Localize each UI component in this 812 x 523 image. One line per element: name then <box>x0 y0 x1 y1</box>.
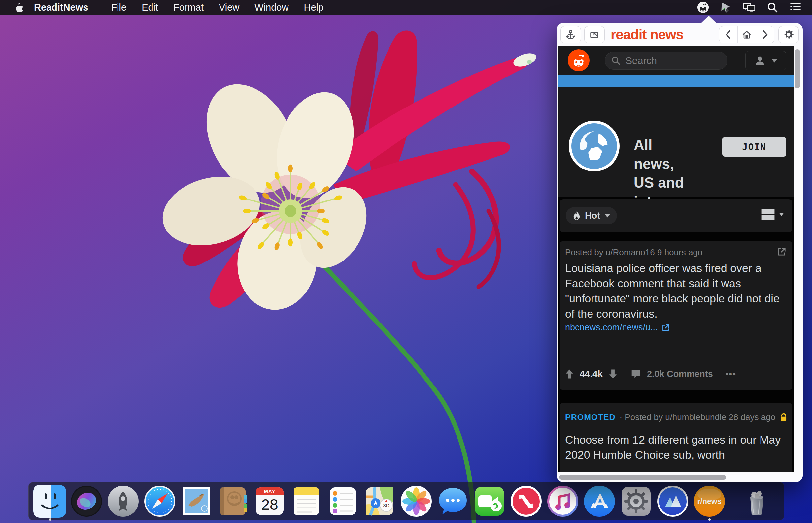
card-view-icon <box>761 208 775 221</box>
popover-arrow <box>701 16 717 24</box>
anchor-icon <box>566 29 576 40</box>
more-options-button[interactable]: ••• <box>726 369 737 379</box>
join-button[interactable]: JOIN <box>722 137 786 157</box>
card-view-dropdown[interactable] <box>761 208 784 221</box>
gear-icon <box>783 29 794 40</box>
readit-news-popover: readit news Search <box>556 23 803 482</box>
dock-item-readit-news[interactable]: r/news <box>693 485 726 518</box>
post-card[interactable]: Posted by u/Romano16 9 hours ago Louisia… <box>560 241 792 390</box>
promoted-post-card[interactable]: PROMOTED · Posted by u/humblebundle 28 d… <box>560 403 792 472</box>
globe-icon <box>571 123 617 169</box>
reddit-webview: Search All news, US and intern... r/news… <box>558 46 794 472</box>
dock-item-news[interactable] <box>509 485 543 518</box>
running-indicator <box>708 518 711 521</box>
search-icon <box>611 56 621 66</box>
chevron-down-icon <box>779 212 784 216</box>
svg-text:MAY: MAY <box>264 488 276 494</box>
notification-center-icon[interactable] <box>789 1 802 14</box>
external-link-icon[interactable] <box>776 247 786 258</box>
dock-item-finder[interactable] <box>33 485 66 518</box>
search-placeholder: Search <box>625 55 657 66</box>
home-icon <box>741 29 752 40</box>
dock-item-safari[interactable] <box>143 485 176 518</box>
svg-text:28: 28 <box>261 496 278 513</box>
settings-button[interactable] <box>778 26 799 43</box>
dock-item-maps[interactable]: 3D <box>363 485 396 518</box>
dock: MAY283Dr/news <box>29 482 784 520</box>
reddit-header: Search <box>558 46 794 75</box>
upvote-icon[interactable] <box>565 369 574 379</box>
dock-item-facetime[interactable] <box>473 485 506 518</box>
vote-row: 44.4k 2.0k Comments ••• <box>565 369 737 379</box>
search-input[interactable]: Search <box>605 52 727 70</box>
sort-label: Hot <box>585 210 601 221</box>
svg-text:3D: 3D <box>383 503 389 508</box>
promoted-badge: PROMOTED <box>565 413 615 422</box>
menu-item-format[interactable]: Format <box>173 2 204 13</box>
open-window-button[interactable] <box>584 26 605 43</box>
menu-item-help[interactable]: Help <box>304 2 324 13</box>
menu-item-file[interactable]: File <box>111 2 126 13</box>
menu-item-view[interactable]: View <box>219 2 239 13</box>
dock-item-launchpad[interactable] <box>107 485 140 518</box>
user-icon <box>754 55 766 67</box>
post-link[interactable]: nbcnews.com/news/u... <box>565 323 670 333</box>
popover-toolbar: readit news <box>556 23 803 46</box>
promoted-meta: PROMOTED · Posted by u/humblebundle 28 d… <box>565 412 788 422</box>
dock-item-contacts[interactable] <box>217 485 249 518</box>
lock-icon <box>779 413 788 422</box>
back-button[interactable] <box>719 26 738 43</box>
subreddit-avatar[interactable] <box>569 121 620 172</box>
comments-count[interactable]: 2.0k Comments <box>647 369 713 379</box>
apple-menu[interactable] <box>14 2 23 12</box>
comments-icon[interactable] <box>630 369 641 379</box>
navigation-segmented-control <box>719 26 774 43</box>
running-indicator <box>49 518 51 521</box>
post-score: 44.4k <box>580 369 603 379</box>
dock-item-calendar[interactable]: MAY28 <box>253 485 286 518</box>
promoted-title[interactable]: Choose from 12 different games in our Ma… <box>565 432 785 462</box>
home-button[interactable] <box>738 26 756 43</box>
post-meta: Posted by u/Romano16 9 hours ago <box>565 247 703 257</box>
subreddit-banner <box>558 75 794 87</box>
dock-separator <box>733 487 733 516</box>
displays-icon[interactable] <box>743 1 756 14</box>
horizontal-scrollbar[interactable] <box>559 475 726 480</box>
subreddit-header: All news, US and intern... r/news JOIN <box>558 87 794 197</box>
cursor-app-icon[interactable] <box>720 1 733 14</box>
chevron-left-icon <box>724 30 732 40</box>
menu-item-edit[interactable]: Edit <box>142 2 158 13</box>
readit-news-logo: readit news <box>611 27 683 42</box>
readit-news-menu-icon[interactable] <box>696 1 710 14</box>
dock-item-reminders[interactable] <box>326 485 360 518</box>
dock-item-mail[interactable] <box>180 485 213 518</box>
external-link-icon <box>661 324 670 332</box>
chevron-down-icon <box>771 58 778 63</box>
pin-anchor-button[interactable] <box>560 26 581 43</box>
chevron-right-icon <box>761 30 770 40</box>
active-app-name[interactable]: ReaditNews <box>34 2 88 13</box>
dock-item-trash[interactable] <box>740 485 773 518</box>
post-title[interactable]: Louisiana police officer was fired over … <box>565 260 785 321</box>
dock-item-music[interactable] <box>546 485 579 518</box>
flame-icon <box>572 211 581 221</box>
spotlight-icon[interactable] <box>766 1 779 14</box>
forward-button[interactable] <box>756 26 774 43</box>
dock-item-mountain-app[interactable] <box>656 485 689 518</box>
dock-item-photos[interactable] <box>400 485 433 518</box>
svg-text:r/news: r/news <box>697 497 722 506</box>
dock-item-app-store[interactable] <box>583 485 616 518</box>
user-menu-button[interactable] <box>745 51 786 70</box>
menu-bar: ReaditNews FileEditFormatViewWindowHelp <box>0 0 812 15</box>
reddit-logo[interactable] <box>568 50 589 71</box>
dock-item-notes[interactable] <box>290 485 323 518</box>
chevron-down-icon <box>604 214 610 218</box>
dock-item-system-preferences[interactable] <box>620 485 653 518</box>
sort-hot-dropdown[interactable]: Hot <box>566 207 617 224</box>
menu-item-window[interactable]: Window <box>255 2 289 13</box>
downvote-icon[interactable] <box>608 369 618 379</box>
dock-item-siri[interactable] <box>70 485 103 518</box>
dock-item-messages[interactable] <box>436 485 469 518</box>
vertical-scrollbar[interactable] <box>795 50 800 88</box>
popout-icon <box>589 29 600 40</box>
